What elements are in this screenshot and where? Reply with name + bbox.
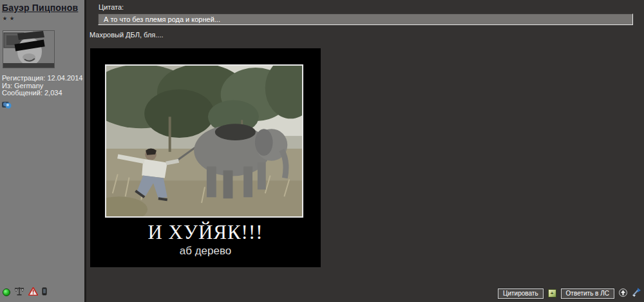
post-content-area: Цитата: А то что без племя рода и корней…: [88, 0, 644, 302]
post-footer-controls: Цитировать + Ответить в ЛС: [498, 287, 641, 299]
post-body-text: Махровый ДБЛ, бля....: [90, 31, 164, 39]
user-info: Регистрация: 12.04.2014 Из: Germany Сооб…: [2, 75, 84, 97]
demotivator-title: И ХУЙЯК!!!: [90, 221, 321, 244]
moderation-flag-icon[interactable]: [632, 287, 641, 299]
quote-label: Цитата:: [99, 3, 124, 11]
online-status-icon: [3, 288, 10, 296]
report-warning-icon[interactable]: [28, 287, 38, 298]
reply-pm-button[interactable]: Ответить в ЛС: [561, 288, 614, 299]
multiquote-icon[interactable]: +: [548, 289, 556, 297]
elephant-photo: [105, 64, 303, 218]
quoted-message: А то что без племя рода и корней...: [98, 14, 633, 25]
demotivator-image[interactable]: И ХУЙЯК!!! аб дерево: [90, 48, 321, 267]
avatar-image: [3, 31, 54, 68]
user-rank-stars: ★★: [2, 15, 84, 22]
messenger-icon[interactable]: [2, 100, 12, 109]
post-status-icons: [3, 287, 47, 298]
mobile-phone-icon: [42, 287, 47, 298]
demotivator-subtitle: аб дерево: [90, 245, 321, 258]
username-link[interactable]: Бауэр Пицпонов: [2, 3, 78, 13]
user-sidebar: Бауэр Пицпонов ★★ Регистрация: 12.04.201…: [0, 0, 86, 302]
quote-button[interactable]: Цитировать: [498, 288, 544, 299]
post-count: Сообщений: 2,034: [2, 90, 84, 97]
registration-date: Регистрация: 12.04.2014: [2, 75, 84, 82]
scroll-top-icon[interactable]: [619, 288, 627, 299]
reputation-scales-icon[interactable]: [14, 287, 24, 298]
user-avatar[interactable]: [3, 31, 54, 68]
